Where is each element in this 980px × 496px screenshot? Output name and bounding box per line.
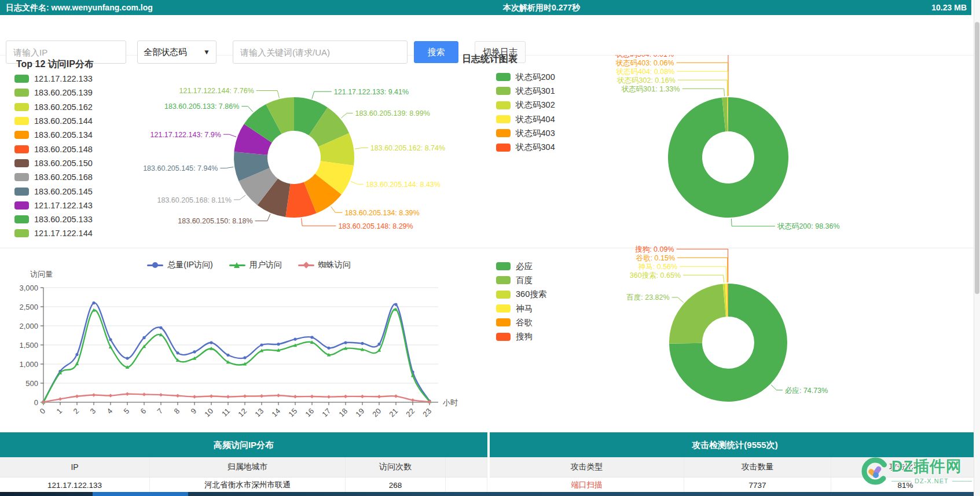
column-header: IP <box>0 457 150 477</box>
pie-label: 121.17.122.133: 9.41% <box>334 88 409 96</box>
data-point-marker[interactable] <box>92 393 96 396</box>
pie-label: 百度: 23.82% <box>626 293 669 302</box>
data-point-marker[interactable] <box>159 393 163 396</box>
column-header: 攻击类型 <box>490 457 684 477</box>
frequent-ip-table-title: 高频访问IP分布 <box>0 432 487 457</box>
frequent-ip-table-row[interactable]: 121.17.122.133河北省衡水市深州市联通268 <box>0 477 487 493</box>
data-point-marker[interactable] <box>126 392 129 396</box>
data-point-marker[interactable] <box>327 395 331 398</box>
x-tick-label: 9 <box>189 407 198 416</box>
data-point-marker[interactable] <box>58 397 62 401</box>
data-point-marker[interactable] <box>260 394 263 398</box>
pie-label-line <box>223 134 236 137</box>
engine-donut-chart[interactable]: 必应: 74.73%搜狗: 0.09%谷歌: 0.15%神马: 0.56%360… <box>490 240 980 417</box>
attack-stats-table-row[interactable]: 端口扫描773781% <box>490 477 980 493</box>
pie-label: 状态码304: 0.01% <box>615 55 674 58</box>
pie-label: 121.17.122.143: 7.9% <box>151 131 221 139</box>
data-point-marker[interactable] <box>310 395 314 398</box>
hourly-line-chart[interactable]: 05001,0001,5002,0002,5003,00001234567891… <box>0 249 498 422</box>
x-tick-label: 4 <box>105 407 114 416</box>
horizontal-scrollbar-thumb[interactable] <box>93 492 188 496</box>
status-donut-chart[interactable]: 状态码200: 98.36%状态码304: 0.01%状态码403: 0.06%… <box>490 55 980 255</box>
data-point-marker[interactable] <box>176 394 179 398</box>
data-point-marker[interactable] <box>377 395 381 398</box>
data-point-marker[interactable] <box>344 341 347 344</box>
data-point-marker[interactable] <box>243 357 246 359</box>
data-point-marker[interactable] <box>126 357 129 360</box>
file-size: 10.23 MB <box>931 3 967 12</box>
pie-label: 183.60.205.134: 8.39% <box>344 209 419 217</box>
top-bar: 日志文件名: www.wenyunfang.com.log 本次解析用时0.27… <box>0 0 971 15</box>
x-tick-label: 6 <box>138 407 148 416</box>
pie-label: 神马: 0.56% <box>638 263 677 271</box>
pie-slice[interactable] <box>669 284 726 343</box>
data-point-marker[interactable] <box>142 336 145 339</box>
data-point-marker[interactable] <box>277 343 280 346</box>
y-tick-label: 0 <box>34 398 38 407</box>
data-point-marker[interactable] <box>226 395 230 398</box>
pie-label-line <box>220 167 233 168</box>
data-point-marker[interactable] <box>92 302 95 304</box>
data-point-marker[interactable] <box>310 336 313 339</box>
x-tick-label: 23 <box>421 407 433 419</box>
data-point-marker[interactable] <box>394 303 397 306</box>
pie-label-line <box>677 63 728 96</box>
data-point-marker[interactable] <box>159 326 162 329</box>
data-point-marker[interactable] <box>293 395 297 398</box>
parse-time: 本次解析用时0.277秒 <box>503 3 580 13</box>
frequent-ip-table: 高频访问IP分布 IP归属地城市访问次数 121.17.122.133河北省衡水… <box>0 432 487 493</box>
vertical-scrollbar-thumb[interactable] <box>975 22 979 294</box>
data-point-marker[interactable] <box>176 351 179 354</box>
x-tick-label: 19 <box>354 407 366 419</box>
pie-label-line <box>302 218 336 226</box>
x-tick-label: 3 <box>88 407 97 416</box>
table-cell[interactable]: 端口扫描 <box>490 477 684 493</box>
data-point-marker[interactable] <box>327 347 330 350</box>
data-point-marker[interactable] <box>361 395 364 398</box>
x-tick-label: 1 <box>54 407 64 416</box>
x-tick-label: 5 <box>122 407 131 416</box>
data-point-marker[interactable] <box>260 343 263 346</box>
table-cell: 268 <box>346 477 446 493</box>
ip-donut-chart[interactable]: 121.17.122.133: 9.41%183.60.205.139: 8.9… <box>0 55 490 255</box>
data-point-marker[interactable] <box>109 394 112 397</box>
column-header: 攻击比率 <box>831 457 980 477</box>
x-tick-label: 2 <box>71 407 80 416</box>
data-point-marker[interactable] <box>377 343 380 346</box>
data-point-marker[interactable] <box>75 353 78 356</box>
pie-label: 必应: 74.73% <box>785 387 828 395</box>
data-point-marker[interactable] <box>142 392 146 396</box>
y-axis-name: 访问量 <box>30 270 53 278</box>
data-point-marker[interactable] <box>277 394 280 397</box>
pie-label: 183.60.205.168: 8.11% <box>157 196 232 204</box>
x-tick-label: 22 <box>404 407 416 419</box>
pie-label-line <box>678 80 728 96</box>
data-point-marker[interactable] <box>226 354 229 357</box>
pie-label-line <box>672 297 684 303</box>
pie-label-line <box>255 214 270 221</box>
data-point-marker[interactable] <box>109 338 112 341</box>
data-point-marker[interactable] <box>411 398 414 402</box>
line-series[interactable] <box>43 309 430 402</box>
data-point-marker[interactable] <box>210 341 212 344</box>
data-point-marker[interactable] <box>210 394 213 398</box>
data-point-marker[interactable] <box>344 395 347 398</box>
data-point-marker[interactable] <box>75 395 79 398</box>
table-cell: 121.17.122.133 <box>0 477 150 493</box>
data-point-marker[interactable] <box>394 394 398 398</box>
pie-label-line <box>341 113 353 118</box>
attack-stats-table: 攻击检测统计(9555次) 攻击类型攻击数量攻击比率 端口扫描773781% <box>490 432 980 493</box>
pie-label-line <box>312 91 332 98</box>
data-point-marker[interactable] <box>361 342 364 345</box>
line-series[interactable] <box>43 394 430 402</box>
data-point-marker[interactable] <box>243 394 247 398</box>
y-tick-label: 2,000 <box>19 322 38 330</box>
data-point-marker[interactable] <box>293 338 296 341</box>
data-point-marker[interactable] <box>193 350 196 353</box>
pie-label-line <box>677 249 728 282</box>
pie-label: 状态码301: 1.33% <box>621 85 680 93</box>
table-cell: 7737 <box>684 477 831 493</box>
pie-label: 183.60.205.133: 7.86% <box>164 102 239 111</box>
data-point-marker[interactable] <box>193 395 196 398</box>
x-tick-label: 8 <box>172 407 181 416</box>
